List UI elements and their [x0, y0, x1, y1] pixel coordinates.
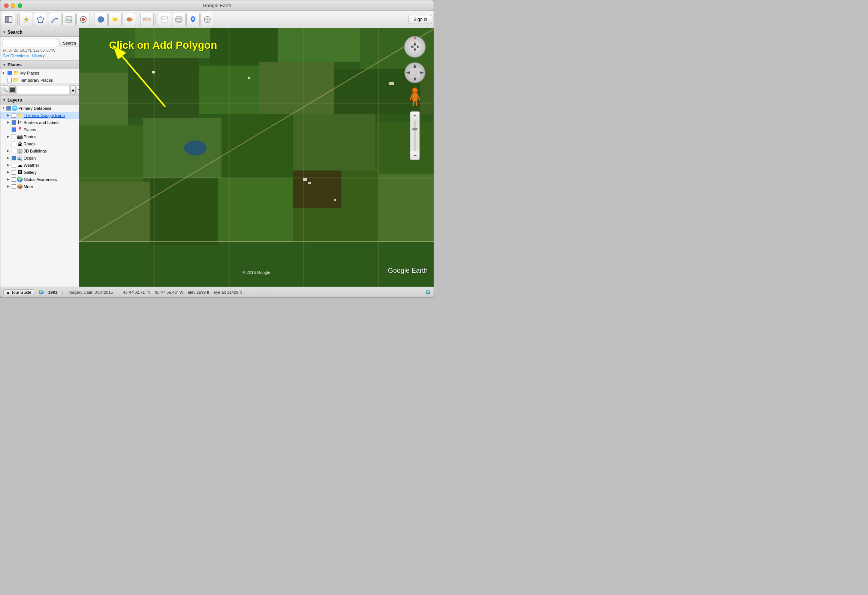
- pan-control[interactable]: [404, 62, 426, 84]
- layer-places-checkbox[interactable]: [12, 127, 16, 132]
- layer-photos[interactable]: ▶ 📷 Photos: [0, 133, 79, 140]
- zoom-in-button[interactable]: +: [410, 112, 419, 120]
- layer-new-ge-icon: 📁: [17, 112, 23, 118]
- app-window: Google Earth: [0, 0, 434, 298]
- temporary-places-checkbox[interactable]: [7, 78, 12, 82]
- places-section: ▼ Places ▶ 📁 My Places 📁 Temporary Place…: [0, 61, 79, 84]
- sidebar-toggle-button[interactable]: [2, 13, 15, 26]
- street-view-person[interactable]: [410, 87, 420, 106]
- search-section-header[interactable]: ▼ Search: [0, 28, 79, 37]
- svg-text:N: N: [414, 37, 416, 40]
- layer-ocean-expand-icon: ▶: [7, 156, 11, 160]
- layer-ocean-checkbox[interactable]: [12, 156, 16, 160]
- my-places-label: My Places: [20, 71, 39, 75]
- svg-point-17: [98, 16, 104, 22]
- map-satellite-image: [79, 28, 434, 287]
- layer-3d-label: 3D Buildings: [24, 149, 47, 153]
- svg-line-27: [113, 21, 114, 22]
- my-places-expand-icon: ▶: [3, 71, 6, 75]
- zoom-out-button[interactable]: −: [410, 151, 419, 160]
- add-path-button[interactable]: [48, 13, 61, 26]
- layer-more[interactable]: ▶ 📦 More: [0, 183, 79, 190]
- zoom-slider-thumb[interactable]: [412, 128, 418, 130]
- svg-rect-86: [334, 199, 336, 201]
- planets-button[interactable]: [123, 13, 136, 26]
- search-button[interactable]: Search: [60, 39, 79, 47]
- layer-photos-icon: 📷: [17, 134, 23, 139]
- svg-point-12: [54, 19, 55, 20]
- compass[interactable]: N: [404, 36, 426, 58]
- add-image-button[interactable]: [62, 13, 76, 26]
- layers-triangle-icon: ▼: [3, 98, 6, 102]
- add-placemark-button[interactable]: [19, 13, 33, 26]
- layer-more-checkbox[interactable]: [12, 184, 16, 189]
- maximize-button[interactable]: [18, 3, 22, 8]
- layer-borders-labels[interactable]: ▶ 🏳 Borders and Labels: [0, 119, 79, 126]
- print-button[interactable]: [172, 13, 186, 26]
- layer-places[interactable]: 📍 Places: [0, 126, 79, 133]
- ruler-button[interactable]: [140, 13, 154, 26]
- layer-global-awareness[interactable]: ▶ 🌍 Global Awareness: [0, 176, 79, 183]
- layer-photos-checkbox[interactable]: [12, 135, 16, 139]
- search-places-button[interactable]: 🔍: [2, 85, 8, 94]
- close-button[interactable]: [4, 3, 9, 8]
- layer-gallery-expand-icon: ▶: [7, 170, 11, 174]
- layer-3d-checkbox[interactable]: [12, 149, 16, 153]
- layer-roads[interactable]: 🛣 Roads: [0, 140, 79, 147]
- show-earth-button[interactable]: [94, 13, 108, 26]
- layer-primary-database[interactable]: ▼ 🌐 Primary Database: [0, 105, 79, 112]
- map-area[interactable]: Click on Add Polygon © 2016 Google Googl…: [79, 28, 434, 287]
- layer-roads-checkbox[interactable]: [12, 142, 16, 146]
- main-toolbar: Sign in: [0, 11, 434, 28]
- email-button[interactable]: [158, 13, 171, 26]
- temporary-places-folder-icon: 📁: [13, 77, 19, 83]
- minimize-button[interactable]: [11, 3, 15, 8]
- maps-button[interactable]: [186, 13, 200, 26]
- layer-weather-icon: ☁: [17, 162, 23, 168]
- svg-point-3: [25, 19, 27, 20]
- svg-rect-68: [379, 174, 434, 242]
- add-folder-button[interactable]: ⬛: [9, 85, 16, 94]
- temporary-places-item[interactable]: 📁 Temporary Places: [5, 76, 79, 84]
- layer-photos-expand-icon: ▶: [7, 135, 11, 138]
- svg-point-10: [51, 21, 53, 23]
- layer-primary-db-icon: 🌐: [12, 105, 18, 111]
- layer-weather[interactable]: ▶ ☁ Weather: [0, 161, 79, 169]
- search-input[interactable]: [3, 39, 58, 47]
- layer-gallery-checkbox[interactable]: [12, 170, 16, 175]
- places-section-header[interactable]: ▼ Places: [0, 61, 79, 69]
- layer-3d-buildings[interactable]: ▶ 🏢 3D Buildings: [0, 147, 79, 154]
- layer-borders-checkbox[interactable]: [12, 120, 16, 125]
- svg-line-26: [117, 17, 118, 18]
- folder-name-input[interactable]: [17, 86, 69, 94]
- sun-button[interactable]: [108, 13, 122, 26]
- my-places-checkbox[interactable]: [7, 71, 12, 75]
- layer-primary-db-checkbox[interactable]: [6, 106, 11, 111]
- move-up-button[interactable]: ▲: [70, 85, 76, 94]
- layer-gallery[interactable]: ▶ 🖼 Gallery: [0, 169, 79, 176]
- layer-new-ge-checkbox[interactable]: [12, 113, 16, 118]
- layer-ocean-label: Ocean: [24, 156, 36, 160]
- layer-global-checkbox[interactable]: [12, 177, 16, 182]
- explore-button[interactable]: [201, 13, 214, 26]
- svg-point-105: [412, 88, 418, 93]
- layer-more-label: More: [24, 184, 33, 189]
- get-directions-link[interactable]: Get Directions: [3, 54, 29, 58]
- layer-photos-label: Photos: [24, 135, 36, 139]
- sign-in-button[interactable]: Sign in: [409, 15, 432, 24]
- layer-gallery-label: Gallery: [24, 170, 37, 175]
- search-triangle-icon: ▼: [3, 30, 6, 34]
- history-link[interactable]: History: [32, 54, 45, 58]
- my-places-item[interactable]: ▶ 📁 My Places: [0, 69, 79, 76]
- add-polygon-button[interactable]: [34, 13, 47, 26]
- year-label: 1991: [48, 290, 57, 295]
- layer-weather-checkbox[interactable]: [12, 163, 16, 167]
- layers-section-header[interactable]: ▼ Layers: [0, 96, 79, 105]
- layer-new-google-earth[interactable]: ▶ 📁 The new Google Earth: [0, 112, 79, 119]
- tour-guide-button[interactable]: ▲ Tour Guide: [3, 289, 34, 295]
- record-tour-button[interactable]: [76, 13, 90, 26]
- status-end-icon: 🌍: [425, 290, 431, 295]
- layer-ocean[interactable]: ▶ 🌊 Ocean: [0, 154, 79, 161]
- svg-point-16: [82, 18, 85, 21]
- layer-borders-icon: 🏳: [17, 120, 23, 125]
